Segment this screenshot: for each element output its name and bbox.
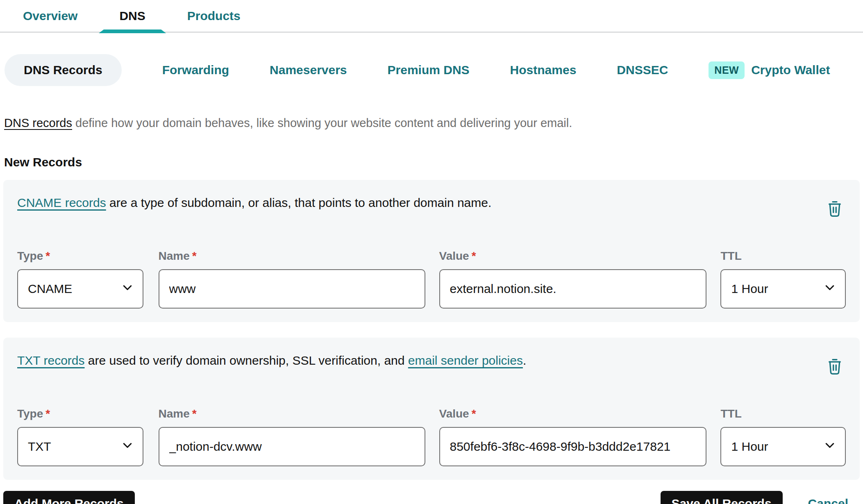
value-label: Value* [439,407,707,420]
name-label: Name* [159,250,425,263]
chevron-down-icon [121,439,134,454]
subnav-item-hostnames[interactable]: Hostnames [510,63,577,77]
trash-icon [825,356,844,376]
chevron-down-icon [824,282,836,297]
required-marker: * [45,407,50,420]
name-input[interactable] [159,427,425,466]
subnav-item-crypto-wallet[interactable]: NEW Crypto Wallet [709,61,830,79]
intro-link2[interactable]: email sender policies [408,354,523,367]
type-select[interactable]: CNAME [17,269,143,309]
name-input[interactable] [159,269,425,309]
page-description-text: define how your domain behaves, like sho… [72,116,572,129]
intro-link[interactable]: CNAME records [17,196,106,209]
ttl-select[interactable]: 1 Hour [720,269,846,309]
tab-overview[interactable]: Overview [23,0,77,32]
tab-products[interactable]: Products [187,0,241,32]
ttl-select-value: 1 Hour [731,440,768,454]
required-marker: * [45,250,50,262]
cancel-link[interactable]: Cancel [808,497,848,504]
name-label: Name* [159,407,425,420]
subnav-item-dnssec[interactable]: DNSSEC [617,63,668,77]
intro-link[interactable]: TXT records [17,354,85,367]
subnav-item-crypto-wallet-label: Crypto Wallet [751,63,830,77]
type-label: Type* [17,407,143,420]
required-marker: * [192,250,197,262]
record-intro: TXT records are used to verify domain ow… [17,352,526,369]
dns-sub-nav: DNS Records Forwarding Nameservers Premi… [0,54,863,86]
subnav-item-premium-dns[interactable]: Premium DNS [388,63,470,77]
required-marker: * [192,407,197,420]
required-marker: * [472,407,476,420]
value-input[interactable] [439,269,707,309]
subnav-item-forwarding[interactable]: Forwarding [162,63,229,77]
dns-records-help-link[interactable]: DNS records [4,116,72,129]
type-select[interactable]: TXT [17,427,143,466]
chevron-down-icon [824,439,836,454]
record-card-cname: CNAME records are a type of subdomain, o… [3,180,860,322]
trash-icon [825,199,844,218]
new-badge: NEW [709,61,745,79]
delete-record-button[interactable] [824,355,846,378]
add-more-records-button[interactable]: Add More Records [3,491,135,504]
top-tab-bar: Overview DNS Products [0,0,863,33]
subnav-item-dns-records[interactable]: DNS Records [5,54,122,86]
value-label: Value* [439,250,707,263]
save-all-records-button[interactable]: Save All Records [661,491,783,504]
type-select-value: CNAME [28,282,72,296]
chevron-down-icon [121,282,134,297]
page-description: DNS records define how your domain behav… [4,116,863,130]
type-select-value: TXT [28,440,51,454]
record-intro: CNAME records are a type of subdomain, o… [17,195,491,211]
footer-actions: Add More Records Save All Records Cancel [3,491,860,504]
section-title-new-records: New Records [4,155,863,169]
delete-record-button[interactable] [824,197,846,220]
tab-dns[interactable]: DNS [119,0,145,32]
ttl-select[interactable]: 1 Hour [720,427,846,466]
type-label: Type* [17,250,143,263]
value-input[interactable] [439,427,707,466]
required-marker: * [472,250,476,262]
ttl-select-value: 1 Hour [731,282,768,296]
record-card-txt: TXT records are used to verify domain ow… [3,338,860,480]
ttl-label: TTL [720,407,846,420]
ttl-label: TTL [720,250,846,263]
subnav-item-nameservers[interactable]: Nameservers [270,63,347,77]
